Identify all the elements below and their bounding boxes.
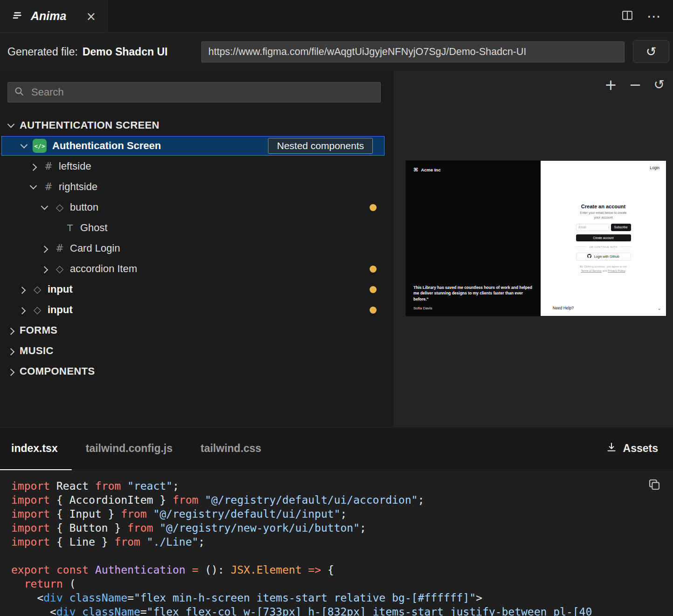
refresh-button[interactable]: ↺: [633, 40, 669, 63]
generated-file-name: Demo Shadcn UI: [82, 46, 168, 58]
chevron-right-icon[interactable]: [5, 365, 17, 377]
tree-section-label: AUTHENTICATION SCREEN: [20, 119, 159, 131]
tab-tailwind-css[interactable]: tailwind.css: [186, 427, 275, 470]
terms-text: By Clicking continue, you agree to our: [580, 265, 627, 268]
tree-item-label: button: [70, 201, 98, 213]
component-diamond-icon: ◇: [31, 304, 44, 315]
assets-label: Assets: [623, 442, 658, 455]
tree-item-authentication-screen[interactable]: </> Authentication Screen Nested compone…: [1, 136, 385, 156]
split-editor-icon[interactable]: [621, 9, 634, 24]
tree-item-label: leftside: [59, 160, 91, 172]
tree-item-leftside[interactable]: # leftside: [0, 156, 394, 177]
chevron-right-icon[interactable]: [38, 242, 50, 254]
preview-form-title: Create an account: [581, 204, 625, 209]
component-diamond-icon: ◇: [31, 284, 44, 295]
tree-section-forms[interactable]: FORMS: [0, 320, 394, 341]
figma-url-input[interactable]: [201, 41, 625, 62]
preview-form-subtitle: Enter your email below to create your ac…: [580, 211, 627, 220]
divider-line: [576, 246, 587, 247]
chevron-down-icon[interactable]: [27, 181, 39, 193]
tree-item-rightside[interactable]: # rightside: [0, 177, 394, 197]
text-icon: T: [63, 222, 76, 233]
refresh-icon: ↺: [646, 44, 657, 59]
command-icon: ⌘: [413, 167, 418, 173]
tree-item-ghost[interactable]: T Ghost: [0, 218, 394, 238]
preview-controls: + − ↺: [604, 77, 665, 92]
preview-canvas[interactable]: ⌘ Acme Inc This Library has saved me cou…: [406, 161, 666, 316]
tree-item-label: Authentication Screen: [52, 140, 161, 152]
assets-button[interactable]: Assets: [605, 427, 673, 470]
zoom-out-icon[interactable]: −: [629, 77, 642, 92]
code-line: [11, 549, 673, 563]
preview-brand: ⌘ Acme Inc: [413, 167, 440, 173]
chevron-down-icon: ⌄: [658, 306, 661, 311]
terms-text: and: [602, 269, 608, 272]
search-box: [7, 82, 381, 103]
search-input[interactable]: [31, 86, 375, 98]
chevron-right-icon[interactable]: [38, 263, 50, 275]
chevron-down-icon[interactable]: [5, 119, 17, 131]
tab-tailwind-config-js[interactable]: tailwind.config.js: [72, 427, 187, 470]
preview-terms: By Clicking continue, you agree to our T…: [577, 265, 630, 274]
more-actions-icon[interactable]: ⋯: [647, 9, 661, 23]
code-line: import { Line } from "./Line";: [11, 535, 673, 549]
nested-components-badge: Nested components: [268, 138, 373, 154]
tree-section-music[interactable]: MUSIC: [0, 341, 394, 361]
tree-item-label: Card Login: [70, 242, 120, 254]
copy-code-icon[interactable]: [647, 477, 662, 495]
tree-item-input-1[interactable]: ◇ input: [0, 279, 394, 300]
chevron-right-icon[interactable]: [5, 345, 17, 357]
privacy-policy-link: Privacy Policy: [608, 269, 625, 272]
download-icon: [605, 441, 618, 456]
tabbar-actions: ⋯: [621, 0, 673, 32]
preview-need-help: Need Help?: [553, 306, 574, 310]
generated-file-label: Generated file:: [7, 46, 78, 58]
code-view[interactable]: import React from "react";import { Accor…: [0, 471, 673, 616]
tree-item-label: input: [48, 283, 73, 295]
chevron-right-icon[interactable]: [5, 324, 17, 336]
chevron-right-icon[interactable]: [16, 304, 28, 316]
tree-item-button[interactable]: ◇ button: [0, 197, 394, 218]
tree-item-label: accordion Item: [70, 263, 137, 275]
zoom-reset-icon[interactable]: ↺: [654, 78, 665, 91]
brand-name: Acme Inc: [421, 167, 440, 172]
tree-item-card-login[interactable]: # Card Login: [0, 238, 394, 259]
panel-tab-anima[interactable]: Anima ×: [0, 0, 108, 32]
override-dot: [370, 204, 377, 211]
tree-section-authentication-screen[interactable]: AUTHENTICATION SCREEN: [0, 115, 394, 136]
chevron-down-icon[interactable]: [18, 140, 30, 152]
component-diamond-icon: ◇: [53, 263, 66, 274]
tree-item-label: Ghost: [80, 222, 108, 234]
tab-index-tsx[interactable]: index.tsx: [0, 427, 72, 470]
tab-label: tailwind.css: [200, 442, 261, 455]
layers-panel: AUTHENTICATION SCREEN </> Authentication…: [0, 71, 394, 427]
code-line: export const Authentication = (): JSX.El…: [11, 563, 673, 577]
chevron-down-icon[interactable]: [38, 201, 50, 213]
code-line: import { AccordionItem } from "@/registr…: [11, 493, 673, 507]
search-icon: [14, 86, 25, 99]
preview-quote-author: Sofia Davis: [413, 306, 432, 310]
preview-right-panel: Login Create an account Enter your email…: [541, 161, 666, 316]
tree-item-accordion-item[interactable]: ◇ accordion Item: [0, 259, 394, 279]
code-lines: import React from "react";import { Accor…: [11, 479, 673, 616]
preview-login-link: Login: [650, 165, 659, 170]
override-dot: [370, 286, 377, 293]
tree-item-input-2[interactable]: ◇ input: [0, 300, 394, 320]
preview-form: Create an account Enter your email below…: [576, 204, 631, 273]
chevron-right-icon[interactable]: [16, 283, 28, 295]
preview-email-row: Email Subscribe: [576, 224, 631, 231]
chevron-right-icon[interactable]: [27, 160, 39, 172]
frame-hash-icon: #: [53, 243, 66, 254]
generated-file-bar: Generated file: Demo Shadcn UI ↺: [0, 33, 673, 71]
main-area: AUTHENTICATION SCREEN </> Authentication…: [0, 71, 673, 427]
preview-divider: OR CONTINUE WITH: [576, 246, 631, 248]
close-icon[interactable]: ×: [86, 10, 96, 22]
code-line: import React from "react";: [11, 479, 673, 493]
zoom-in-icon[interactable]: +: [604, 77, 617, 92]
preview-email-input: Email: [576, 224, 609, 231]
tree-section-label: COMPONENTS: [20, 365, 95, 377]
code-line: <div className="flex min-h-screen items-…: [11, 591, 673, 605]
anima-logo-icon: [12, 9, 24, 23]
tree-section-components[interactable]: COMPONENTS: [0, 361, 394, 382]
editor-tabs: index.tsx tailwind.config.js tailwind.cs…: [0, 427, 673, 470]
